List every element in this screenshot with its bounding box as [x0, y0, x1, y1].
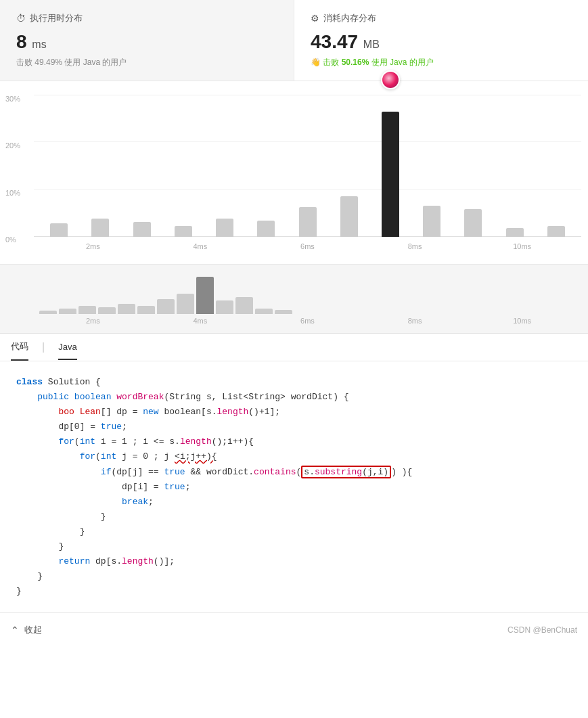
bar-group-5 — [246, 95, 286, 237]
mini-bar — [275, 310, 292, 314]
footer: ⌃ 收起 CSDN @BenChuat — [0, 612, 588, 647]
gear-icon: ⚙ — [311, 13, 319, 24]
mini-x-label-2ms: 2ms — [39, 317, 147, 325]
bar — [216, 219, 233, 237]
bar — [547, 226, 565, 237]
memory-number: 43.47 — [311, 31, 358, 52]
mini-chart-section: 2ms 4ms 6ms 8ms 10ms — [0, 265, 588, 334]
bar — [464, 209, 482, 237]
mini-bar — [137, 306, 155, 314]
collapse-label[interactable]: 收起 — [24, 624, 42, 636]
bar-group-9 — [412, 95, 451, 237]
code-line-1: class Solution { — [16, 375, 572, 390]
mini-chart-bars — [34, 273, 581, 314]
code-line-7: if(dp[j] == true && wordDict.contains(s.… — [16, 465, 572, 480]
x-label-4ms: 4ms — [147, 242, 254, 250]
code-line-12: } — [16, 539, 572, 554]
bar — [257, 221, 275, 237]
x-label-2ms: 2ms — [39, 242, 147, 250]
code-line-4: dp[0] = true; — [16, 420, 572, 434]
time-title-label: 执行用时分布 — [30, 12, 83, 24]
mini-bar — [177, 294, 194, 314]
mini-x-label-4ms: 4ms — [147, 317, 254, 325]
bar-group-8 — [371, 95, 410, 237]
bar-group-4 — [205, 95, 244, 237]
bar — [91, 219, 109, 237]
metrics-section: ⏱ 执行用时分布 8 ms 击败 49.49% 使用 Java 的用户 ⚙ 消耗… — [0, 0, 588, 81]
code-line-8: dp[i] = true; — [16, 480, 572, 495]
code-line-3: boo Lean[] dp = new boolean[s.length()+1… — [16, 405, 572, 420]
bar-group-10 — [453, 95, 493, 237]
bar-group-3 — [164, 95, 203, 237]
code-line-5: for(int i = 1 ; i <= s.length();i++){ — [16, 434, 572, 449]
x-label-8ms: 8ms — [361, 242, 469, 250]
memory-metric-card: ⚙ 消耗内存分布 43.47 MB 👋 击败 50.16% 使用 Java 的用… — [294, 0, 588, 81]
bar — [299, 207, 317, 237]
code-line-13: return dp[s.length()]; — [16, 554, 572, 569]
time-unit: ms — [32, 39, 46, 50]
code-line-6: for(int j = 0 ; j <i;j++){ — [16, 449, 572, 464]
bar — [423, 206, 440, 237]
memory-pct: 50.16% — [342, 58, 369, 67]
bar — [506, 228, 524, 237]
code-line-10: } — [16, 510, 572, 524]
memory-metric-title: ⚙ 消耗内存分布 — [311, 12, 572, 24]
x-label-6ms: 6ms — [254, 242, 361, 250]
mini-bar — [235, 297, 253, 314]
y-label-10: 10% — [5, 189, 26, 197]
mini-x-label-6ms: 6ms — [254, 317, 361, 325]
chart-bars — [34, 95, 581, 237]
y-label-20: 20% — [5, 141, 26, 150]
code-line-2: public boolean wordBreak(String s, List<… — [16, 390, 572, 405]
tab-java[interactable]: Java — [58, 335, 76, 360]
bar-group-6 — [288, 95, 327, 237]
bar-group-2 — [122, 95, 161, 237]
time-number: 8 — [16, 31, 27, 52]
bar-active — [382, 112, 399, 237]
tab-code[interactable]: 代码 — [11, 334, 28, 361]
time-metric-card: ⏱ 执行用时分布 8 ms 击败 49.49% 使用 Java 的用户 — [0, 0, 294, 81]
memory-sub: 👋 击败 50.16% 使用 Java 的用户 — [311, 57, 572, 68]
mini-bar — [216, 300, 233, 314]
bar — [175, 226, 192, 237]
memory-title-label: 消耗内存分布 — [323, 12, 376, 24]
attribution: CSDN @BenChuat — [507, 625, 577, 635]
bar-group-11 — [495, 95, 535, 237]
wave-icon: 👋 — [311, 58, 321, 67]
mini-x-label-8ms: 8ms — [361, 317, 469, 325]
time-icon: ⏱ — [16, 13, 26, 24]
bar — [340, 196, 358, 237]
y-label-0: 0% — [5, 235, 26, 244]
code-block: class Solution { public boolean wordBrea… — [0, 361, 588, 612]
time-metric-title: ⏱ 执行用时分布 — [16, 12, 277, 24]
code-line-14: } — [16, 569, 572, 584]
bar-group-0 — [39, 95, 78, 237]
time-value: 8 ms — [16, 31, 277, 53]
time-sub: 击败 49.49% 使用 Java 的用户 — [16, 57, 277, 68]
avatar — [381, 70, 400, 89]
code-line-11: } — [16, 524, 572, 539]
mini-bar — [59, 309, 76, 314]
mini-bar — [255, 309, 273, 314]
bar-group-12 — [537, 95, 576, 237]
y-label-30: 30% — [5, 95, 26, 103]
mini-bar — [157, 299, 175, 314]
bar-group-7 — [330, 95, 369, 237]
mini-bar — [78, 306, 96, 314]
mini-bar — [98, 307, 116, 314]
bar — [133, 222, 151, 237]
collapse-icon: ⌃ — [11, 625, 19, 635]
mini-bar — [39, 311, 57, 314]
code-line-9: break; — [16, 495, 572, 510]
bar-group-1 — [81, 95, 120, 237]
mini-bar — [118, 304, 135, 314]
tab-divider: | — [42, 341, 45, 353]
bar — [50, 223, 68, 237]
x-label-10ms: 10ms — [468, 242, 576, 250]
mini-bar-active — [196, 277, 214, 314]
mini-x-label-10ms: 10ms — [468, 317, 576, 325]
code-tabs: 代码 | Java — [0, 334, 588, 361]
memory-unit: MB — [363, 39, 380, 50]
memory-value: 43.47 MB — [311, 31, 572, 53]
code-line-16: } — [16, 584, 572, 599]
